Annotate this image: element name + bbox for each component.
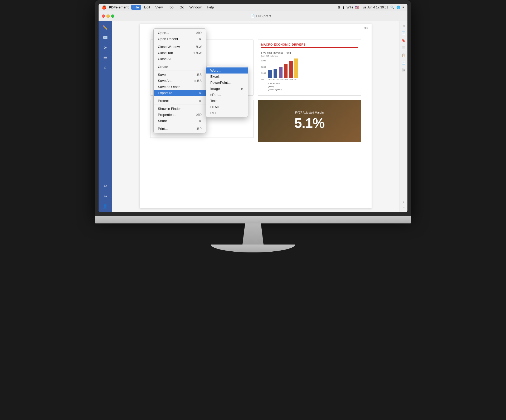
flag-icon: 🇺🇸 [355, 6, 359, 9]
dropdown-arrow[interactable]: ▾ [269, 14, 271, 18]
export-word[interactable]: Word... [206, 67, 248, 74]
search-icon[interactable]: 🔍 [390, 6, 394, 9]
macos-window: 🍎 PDFelement File Edit View Tool Go Wind… [99, 4, 407, 212]
sidebar-redo-icon[interactable]: ↪ [101, 192, 109, 200]
menu-protect[interactable]: Protect ▶ [154, 98, 206, 104]
left-sidebar: ✏️ ✉️ ➤ ☰ ⌂ ↩ ↪ 👤 [99, 21, 112, 212]
menu-export-to-label: Export To [158, 91, 172, 95]
menu-save-other-label: Save as Other [158, 85, 180, 89]
menubar-window[interactable]: Window [187, 5, 204, 10]
menu-container: Open... ⌘O Open Recent ▶ [153, 28, 206, 133]
menu-open-shortcut: ⌘O [196, 31, 202, 35]
globe-icon[interactable]: 🌐 [396, 6, 400, 9]
menu-close-all[interactable]: Close All [154, 56, 206, 62]
menubar-go[interactable]: Go [177, 5, 186, 10]
menu-print[interactable]: Print... ⌘P [154, 126, 206, 132]
menu-open-recent[interactable]: Open Recent ▶ [154, 36, 206, 42]
sep-6 [154, 125, 206, 125]
right-page2-icon[interactable]: 📃 [401, 60, 406, 65]
menu-close-window-shortcut: ⌘W [196, 45, 202, 49]
menu-save-as-label: Save As... [158, 79, 173, 83]
export-html[interactable]: HTML... [206, 104, 248, 110]
menu-share[interactable]: Share ▶ [154, 118, 206, 124]
menubar-tool[interactable]: Tool [166, 5, 176, 10]
menubar-view[interactable]: View [153, 5, 165, 10]
traffic-lights [102, 14, 114, 18]
menu-save-as-shortcut: ⇧⌘S [194, 79, 202, 83]
page-number: 38 [364, 26, 368, 30]
sidebar-layers-icon[interactable]: ☰ [101, 53, 109, 62]
protect-arrow: ▶ [200, 99, 202, 102]
apple-icon[interactable]: 🍎 [102, 5, 106, 9]
right-bookmark-icon[interactable]: 🔖 [401, 38, 406, 43]
right-image-icon[interactable]: 🖼 [401, 67, 406, 73]
menu-save-other[interactable]: Save as Other [154, 84, 206, 90]
menu-open[interactable]: Open... ⌘O [154, 30, 206, 36]
export-html-label: HTML... [210, 105, 222, 109]
menu-show-finder[interactable]: Show in Finder [154, 106, 206, 112]
file-dropdown-menu: Open... ⌘O Open Recent ▶ [153, 28, 206, 133]
menu-share-label: Share [158, 119, 167, 123]
menubar-help[interactable]: Help [205, 5, 216, 10]
bar-fy13: FY13 [273, 69, 278, 81]
menubar-file[interactable]: File [131, 5, 141, 10]
export-rtf-label: RTF... [210, 111, 219, 115]
export-epub[interactable]: ePub... [206, 92, 248, 98]
pdf-icon: 📄 [251, 14, 255, 18]
menu-close-window-label: Close Window [158, 45, 180, 49]
menu-close-tab-shortcut: ⇧⌘W [193, 51, 202, 55]
y-label-300: $300 [261, 60, 266, 62]
app-name: PDFelement [109, 5, 129, 9]
right-doc-icon[interactable]: 📄 [401, 31, 406, 36]
menu-close-all-label: Close All [158, 57, 171, 61]
right-menu-icon[interactable]: ☰ [401, 45, 406, 51]
menubar: 🍎 PDFelement File Edit View Tool Go Wind… [99, 4, 407, 11]
menu-properties[interactable]: Properties... ⌘D [154, 112, 206, 118]
sidebar-home-icon[interactable]: ⌂ [101, 63, 109, 72]
main-content: 38 ...ERVIEWS [112, 21, 400, 212]
right-page-icon[interactable]: 📋 [401, 53, 406, 58]
sep-2 [154, 63, 206, 63]
right-minus-icon[interactable]: − [401, 205, 406, 210]
right-grid-icon[interactable]: ⊞ [401, 23, 406, 28]
menu-save[interactable]: Save ⌘S [154, 72, 206, 78]
export-rtf[interactable]: RTF... [206, 110, 248, 116]
menu-save-as[interactable]: Save As... ⇧⌘S [154, 78, 206, 84]
screen: 🍎 PDFelement File Edit View Tool Go Wind… [99, 4, 407, 212]
sep-4 [154, 97, 206, 97]
bar-fy17: FY17 [294, 58, 298, 81]
sidebar-share-icon[interactable]: ➤ [101, 43, 109, 52]
menu-export-to[interactable]: Export To ▶ Word... E [154, 90, 206, 96]
open-recent-arrow: ▶ [200, 37, 202, 40]
sidebar-undo-icon[interactable]: ↩ [101, 182, 109, 190]
export-text-label: Text... [210, 99, 220, 103]
bar-chart-area: Five Year Revenue Trend (in US$ millions… [261, 50, 358, 92]
five-year-subtitle: (in US$ millions) [261, 55, 358, 57]
maximize-button[interactable] [111, 14, 114, 18]
right-add-icon[interactable]: + [401, 200, 406, 205]
sidebar-pencil-icon[interactable]: ✏️ [101, 23, 109, 32]
export-submenu: Word... Excel... PowerPoint... [206, 66, 248, 117]
app-body: ✏️ ✉️ ➤ ☰ ⌂ ↩ ↪ 👤 38 [99, 21, 407, 212]
menubar-edit[interactable]: Edit [142, 5, 152, 10]
menu-create[interactable]: Create [154, 64, 206, 70]
export-epub-label: ePub... [210, 93, 221, 97]
export-to-arrow: ▶ [200, 91, 202, 94]
menu-close-tab[interactable]: Close Tab ⇧⌘W [154, 50, 206, 56]
sidebar-mail-icon[interactable]: ✉️ [101, 33, 109, 42]
minimize-button[interactable] [106, 14, 110, 18]
export-excel-label: Excel... [210, 75, 222, 79]
export-text[interactable]: Text... [206, 98, 248, 104]
export-excel[interactable]: Excel... [206, 74, 248, 80]
margin-label: FY17 Adjusted Margin [294, 111, 325, 114]
share-arrow: ▶ [200, 119, 202, 122]
screen-bezel: 🍎 PDFelement File Edit View Tool Go Wind… [95, 0, 411, 216]
export-powerpoint[interactable]: PowerPoint... [206, 80, 248, 86]
menu-icon[interactable]: ≡ [402, 6, 404, 9]
close-button[interactable] [102, 14, 105, 18]
menu-close-window[interactable]: Close Window ⌘W [154, 44, 206, 50]
bar-fy15: FY15 [284, 64, 288, 81]
sidebar-user-icon[interactable]: 👤 [101, 202, 109, 210]
export-image[interactable]: Image ▶ [206, 86, 248, 92]
y-label-200: $200 [261, 66, 266, 68]
